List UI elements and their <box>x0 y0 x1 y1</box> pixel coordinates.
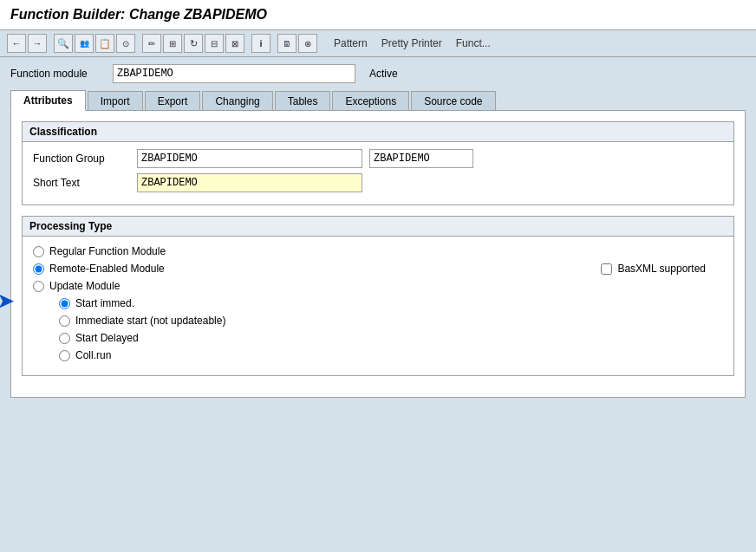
remote-module-row: Remote-Enabled Module BasXML supported <box>33 263 723 275</box>
tab-source-code[interactable]: Source code <box>411 91 495 111</box>
coll-run-label: Coll.run <box>75 349 111 361</box>
function-module-label: Function module <box>10 68 106 80</box>
tab-content-attributes: Classification Function Group Short Text <box>10 110 746 398</box>
back-button[interactable]: ← <box>7 34 26 53</box>
sub-options-container: Start immed. Immediate start (not update… <box>59 297 723 361</box>
short-text-input[interactable] <box>137 173 362 192</box>
content-area: Function module Active Attributes Import… <box>0 57 756 552</box>
tab-import[interactable]: Import <box>88 91 143 111</box>
classification-content: Function Group Short Text <box>23 142 733 205</box>
grid-button[interactable]: ⊞ <box>163 34 182 53</box>
function-group-extra-input[interactable] <box>369 149 473 168</box>
tab-exceptions[interactable]: Exceptions <box>332 91 409 111</box>
settings-button[interactable]: ⊗ <box>298 34 317 53</box>
x-button[interactable]: ⊠ <box>225 34 244 53</box>
arrow-indicator: ➤ <box>0 290 13 313</box>
start-delayed-label: Start Delayed <box>75 332 139 344</box>
processing-content: Regular Function Module Remote-Enabled M… <box>23 237 733 375</box>
tab-tables[interactable]: Tables <box>275 91 331 111</box>
remote-module-radio-group: Remote-Enabled Module <box>33 263 165 275</box>
remote-module-label: Remote-Enabled Module <box>49 263 165 275</box>
start-delayed-row: Start Delayed <box>59 332 723 344</box>
main-window: Function Builder: Change ZBAPIDEMO ← → 🔍… <box>0 0 756 552</box>
function-group-input[interactable] <box>137 149 362 168</box>
coll-run-radio[interactable] <box>59 350 70 361</box>
function-group-label: Function Group <box>33 153 137 165</box>
regular-module-radio[interactable] <box>33 246 44 257</box>
pretty-printer-button[interactable]: Pretty Printer <box>375 34 448 53</box>
circle-button[interactable]: ⊙ <box>116 34 135 53</box>
immediate-no-update-label: Immediate start (not updateable) <box>75 315 225 327</box>
regular-module-row: Regular Function Module <box>33 245 723 257</box>
page-title: Function Builder: Change ZBAPIDEMO <box>10 7 746 23</box>
short-text-label: Short Text <box>33 177 137 189</box>
minus-button[interactable]: ⊟ <box>205 34 224 53</box>
function-group-row: Function Group <box>33 149 723 168</box>
clipboard-button[interactable]: 📋 <box>95 34 114 53</box>
info-button[interactable]: i <box>251 34 270 53</box>
function-module-input[interactable] <box>113 64 355 83</box>
edit-button[interactable]: ✏ <box>142 34 161 53</box>
basxml-label: BasXML supported <box>617 263 706 275</box>
forward-button[interactable]: → <box>28 34 47 53</box>
start-immed-row: Start immed. <box>59 297 723 309</box>
users-button[interactable]: 👥 <box>75 34 94 53</box>
processing-type-title: Processing Type <box>23 217 733 237</box>
tab-export[interactable]: Export <box>145 91 201 111</box>
start-delayed-radio[interactable] <box>59 333 70 344</box>
processing-wrapper: ➤ Processing Type Regular Function Modul… <box>22 216 734 376</box>
pattern-button[interactable]: Pattern <box>328 34 374 53</box>
doc-button[interactable]: 🗎 <box>277 34 297 53</box>
start-immed-radio[interactable] <box>59 298 70 309</box>
refresh-button[interactable]: ↻ <box>184 34 203 53</box>
immediate-no-update-radio[interactable] <box>59 315 70 327</box>
function-module-status: Active <box>369 68 398 80</box>
update-module-radio[interactable] <box>33 281 44 292</box>
classification-title: Classification <box>23 122 733 142</box>
title-bar: Function Builder: Change ZBAPIDEMO <box>0 0 756 30</box>
basxml-checkbox[interactable] <box>601 263 612 275</box>
funct-button[interactable]: Funct... <box>450 34 497 53</box>
coll-run-row: Coll.run <box>59 349 723 361</box>
tab-changing[interactable]: Changing <box>202 91 272 111</box>
update-module-label: Update Module <box>49 280 120 292</box>
short-text-row: Short Text <box>33 173 723 192</box>
classification-section: Classification Function Group Short Text <box>22 121 734 205</box>
regular-module-label: Regular Function Module <box>49 245 166 257</box>
function-module-row: Function module Active <box>10 64 746 83</box>
toolbar: ← → 🔍 👥 📋 ⊙ ✏ ⊞ ↻ ⊟ ⊠ i 🗎 ⊗ Pattern Pret… <box>0 30 756 57</box>
update-module-row: Update Module <box>33 280 723 292</box>
basxml-row: BasXML supported <box>601 263 706 275</box>
tab-attributes[interactable]: Attributes <box>10 90 86 111</box>
immediate-no-update-row: Immediate start (not updateable) <box>59 315 723 327</box>
processing-type-section: Processing Type Regular Function Module … <box>22 216 734 376</box>
search-button[interactable]: 🔍 <box>54 34 73 53</box>
start-immed-label: Start immed. <box>75 297 134 309</box>
tabs-container: Attributes Import Export Changing Tables… <box>10 90 746 111</box>
remote-module-radio[interactable] <box>33 263 44 275</box>
